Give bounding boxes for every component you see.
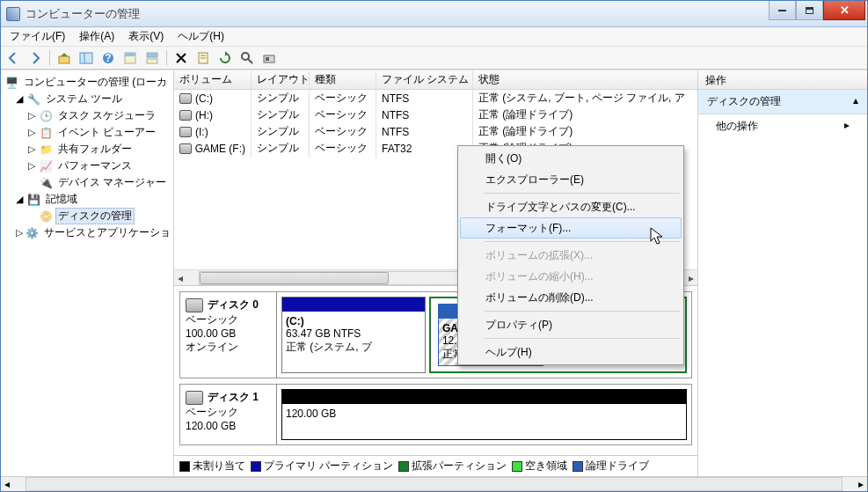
search-icon[interactable]	[237, 48, 257, 68]
chevron-right-icon: ▸	[844, 119, 850, 134]
context-menu: 開く(O) エクスプローラー(E) ドライブ文字とパスの変更(C)... フォー…	[457, 145, 684, 365]
tree-system-tools[interactable]: ◢🔧システム ツール	[1, 91, 173, 107]
view-button-1[interactable]	[120, 48, 140, 68]
svg-rect-1	[80, 53, 92, 63]
col-status[interactable]: 状態	[473, 70, 697, 89]
help-button[interactable]: ?	[98, 48, 118, 68]
menu-bar: ファイル(F) 操作(A) 表示(V) ヘルプ(H)	[1, 27, 867, 47]
col-layout[interactable]: レイアウト	[252, 70, 310, 89]
app-icon	[6, 7, 20, 21]
app-window: コンピューターの管理 ✕ ファイル(F) 操作(A) 表示(V) ヘルプ(H) …	[0, 0, 868, 492]
tree-event-viewer[interactable]: ▷📋イベント ビューアー	[1, 124, 173, 141]
partition-c[interactable]: (C:) 63.47 GB NTFS 正常 (システム, ブ	[281, 297, 426, 373]
tree-task-scheduler[interactable]: ▷🕒タスク スケジューラ	[1, 107, 173, 124]
ctx-format[interactable]: フォーマット(F)...	[460, 217, 682, 239]
tree-disk-management[interactable]: 📀ディスクの管理	[1, 208, 173, 224]
ctx-change-drive-letter[interactable]: ドライブ文字とパスの変更(C)...	[460, 196, 682, 217]
menu-view[interactable]: 表示(V)	[121, 27, 171, 46]
actions-pane: 操作 ディスクの管理▴ 他の操作▸	[698, 70, 867, 476]
tree-services-apps[interactable]: ▷⚙️サービスとアプリケーショ	[1, 224, 173, 241]
svg-rect-6	[125, 53, 135, 56]
col-type[interactable]: 種類	[310, 70, 376, 89]
ctx-delete-volume[interactable]: ボリュームの削除(D)...	[460, 287, 682, 308]
svg-text:?: ?	[105, 52, 111, 64]
actions-other-operations[interactable]: 他の操作▸	[698, 114, 867, 138]
properties-icon[interactable]	[193, 48, 213, 68]
scroll-left-icon[interactable]: ◂	[174, 271, 186, 285]
titlebar[interactable]: コンピューターの管理 ✕	[1, 1, 867, 27]
legend: 未割り当て プライマリ パーティション 拡張パーティション 空き領域 論理ドライ…	[174, 455, 697, 476]
forward-button[interactable]	[26, 48, 45, 68]
svg-point-12	[242, 53, 249, 60]
view-button-2[interactable]	[142, 48, 162, 68]
scroll-thumb[interactable]	[200, 272, 389, 284]
svg-rect-15	[266, 57, 269, 61]
show-hide-tree-button[interactable]	[77, 48, 96, 68]
ctx-properties[interactable]: プロパティ(P)	[460, 314, 682, 335]
disk-0-info[interactable]: ディスク 0 ベーシック 100.00 GB オンライン	[180, 292, 277, 378]
settings-icon[interactable]	[259, 48, 279, 68]
back-button[interactable]	[4, 48, 23, 68]
minimize-button[interactable]	[769, 1, 796, 20]
ctx-extend-volume: ボリュームの拡張(X)...	[460, 245, 682, 266]
bottom-scrollbar[interactable]: ◂ ▸	[1, 476, 867, 491]
actions-header: 操作	[698, 70, 867, 90]
nav-tree: 🖥️コンピューターの管理 (ローカ ◢🔧システム ツール ▷🕒タスク スケジュー…	[1, 70, 174, 476]
drive-icon	[179, 127, 192, 137]
tree-device-manager[interactable]: 🔌デバイス マネージャー	[1, 174, 173, 191]
tree-root[interactable]: 🖥️コンピューターの管理 (ローカ	[1, 74, 173, 91]
up-button[interactable]	[55, 48, 74, 68]
ctx-open[interactable]: 開く(O)	[460, 148, 682, 169]
disk-icon	[186, 298, 203, 312]
col-fs[interactable]: ファイル システム	[376, 70, 473, 89]
menu-action[interactable]: 操作(A)	[72, 27, 121, 46]
drive-icon	[179, 143, 192, 154]
refresh-icon[interactable]	[215, 48, 235, 68]
delete-icon[interactable]	[171, 48, 191, 68]
toolbar: ?	[1, 47, 867, 70]
svg-rect-0	[59, 56, 69, 63]
window-title: コンピューターの管理	[26, 6, 769, 22]
svg-line-13	[248, 59, 252, 63]
disk-1-box: ディスク 1 ベーシック 120.00 GB 120.00 GB	[179, 384, 692, 445]
ctx-explorer[interactable]: エクスプローラー(E)	[460, 169, 682, 190]
disk-1-partition[interactable]: 120.00 GB	[281, 389, 687, 440]
scroll-right-icon[interactable]: ▸	[855, 477, 867, 491]
svg-rect-7	[147, 53, 157, 57]
disk-icon	[186, 391, 203, 405]
maximize-button[interactable]	[796, 1, 823, 20]
scroll-left-icon[interactable]: ◂	[1, 477, 13, 491]
collapse-icon: ▴	[853, 94, 858, 109]
actions-category-diskmgmt[interactable]: ディスクの管理▴	[698, 90, 867, 114]
tree-storage[interactable]: ◢💾記憶域	[1, 191, 173, 208]
close-button[interactable]: ✕	[823, 1, 865, 20]
tree-shared-folders[interactable]: ▷📁共有フォルダー	[1, 141, 173, 158]
menu-file[interactable]: ファイル(F)	[3, 27, 72, 46]
scroll-right-icon[interactable]: ▸	[685, 271, 697, 285]
drive-icon	[179, 110, 192, 121]
ctx-help[interactable]: ヘルプ(H)	[460, 341, 682, 363]
drive-icon	[179, 93, 192, 104]
svg-rect-8	[147, 59, 157, 63]
ctx-shrink-volume: ボリュームの縮小(H)...	[460, 266, 682, 287]
disk-1-info[interactable]: ディスク 1 ベーシック 120.00 GB	[180, 385, 277, 444]
col-volume[interactable]: ボリューム	[174, 70, 252, 89]
menu-help[interactable]: ヘルプ(H)	[171, 27, 231, 46]
tree-performance[interactable]: ▷📈パフォーマンス	[1, 158, 173, 174]
volume-list-header: ボリューム レイアウト 種類 ファイル システム 状態	[174, 70, 697, 90]
